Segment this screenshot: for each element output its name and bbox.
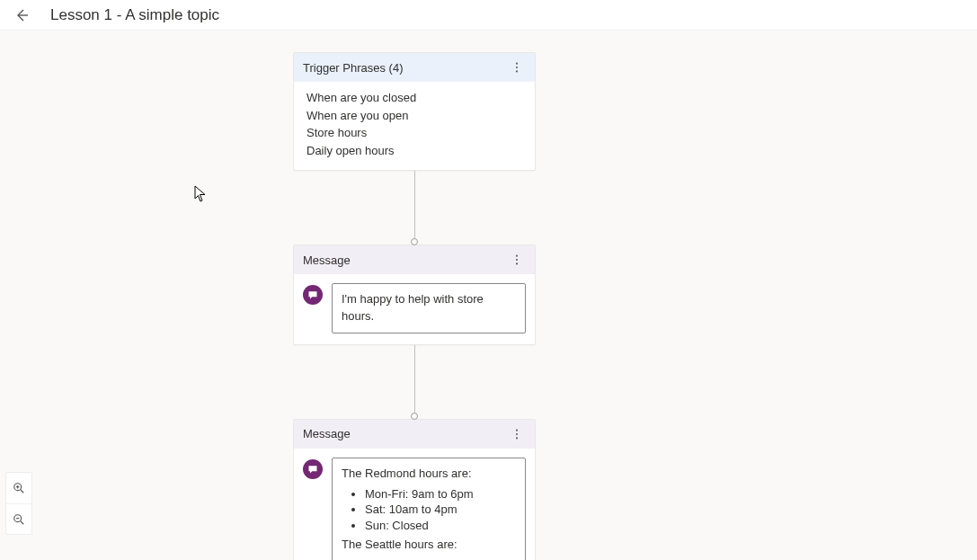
- connector-dot: [411, 238, 418, 245]
- list-item: Mon-Fri: 9am to 6pm: [365, 486, 516, 502]
- authoring-canvas[interactable]: Trigger Phrases (4) When are you closed …: [0, 31, 977, 560]
- mouse-cursor: [194, 185, 207, 203]
- message-node-1[interactable]: Message I'm happy to help with store hou…: [293, 244, 536, 345]
- page-title: Lesson 1 - A simple topic: [50, 6, 219, 24]
- svg-point-6: [516, 429, 518, 431]
- connector: [414, 345, 415, 419]
- zoom-in-icon: [13, 482, 25, 494]
- message-node-title: Message: [303, 253, 351, 267]
- message-node-header: Message: [294, 420, 535, 449]
- trigger-phrase-item: When are you open: [306, 107, 522, 125]
- trigger-phrase-item: Store hours: [306, 124, 522, 142]
- message-text: I'm happy to help with store hours.: [342, 292, 484, 323]
- list-item: Sat: 10am to 4pm: [365, 502, 516, 518]
- svg-line-14: [21, 520, 24, 524]
- message-text-input[interactable]: I'm happy to help with store hours.: [332, 283, 526, 333]
- trigger-phrases-node[interactable]: Trigger Phrases (4) When are you closed …: [293, 52, 536, 171]
- message-node-2[interactable]: Message The Redmond hours are: Mon-Fri: [293, 419, 536, 560]
- chat-bot-icon: [307, 289, 318, 300]
- zoom-panel: [5, 472, 32, 535]
- zoom-out-icon: [13, 513, 25, 526]
- list-item: Sun: Closed: [365, 518, 516, 534]
- arrow-left-icon: [14, 8, 29, 22]
- svg-point-8: [516, 437, 518, 439]
- svg-point-2: [516, 70, 518, 72]
- bot-avatar: [303, 285, 323, 305]
- svg-point-0: [516, 63, 518, 65]
- back-button[interactable]: [7, 1, 36, 30]
- svg-point-1: [516, 67, 518, 68]
- bot-avatar: [303, 459, 323, 479]
- svg-point-5: [516, 263, 518, 265]
- chat-bot-icon: [307, 464, 318, 475]
- message-node-more-button[interactable]: [508, 251, 526, 269]
- svg-point-4: [516, 259, 518, 261]
- connector: [414, 171, 415, 244]
- message-text-input[interactable]: The Redmond hours are: Mon-Fri: 9am to 6…: [332, 458, 526, 560]
- message-intro-2: The Seattle hours are:: [342, 537, 516, 554]
- message-node-header: Message: [294, 245, 535, 274]
- trigger-phrase-item: When are you closed: [306, 89, 522, 107]
- message-node-more-button[interactable]: [508, 425, 526, 443]
- svg-point-3: [516, 255, 518, 257]
- svg-line-10: [21, 490, 24, 493]
- connector-dot: [411, 413, 418, 420]
- message-node-title: Message: [303, 427, 351, 440]
- svg-point-7: [516, 433, 518, 435]
- message-intro-1: The Redmond hours are:: [342, 466, 516, 483]
- message-list-1: Mon-Fri: 9am to 6pm Sat: 10am to 4pm Sun…: [342, 486, 516, 534]
- more-vertical-icon: [511, 428, 523, 440]
- trigger-node-more-button[interactable]: [508, 58, 526, 76]
- more-vertical-icon: [511, 61, 523, 74]
- zoom-out-button[interactable]: [6, 503, 31, 534]
- zoom-in-button[interactable]: [6, 473, 31, 503]
- trigger-phrase-item: Daily open hours: [306, 142, 522, 160]
- trigger-node-header: Trigger Phrases (4): [294, 53, 535, 82]
- trigger-phrase-list[interactable]: When are you closed When are you open St…: [294, 82, 535, 170]
- more-vertical-icon: [511, 253, 523, 266]
- trigger-node-title: Trigger Phrases (4): [303, 61, 404, 75]
